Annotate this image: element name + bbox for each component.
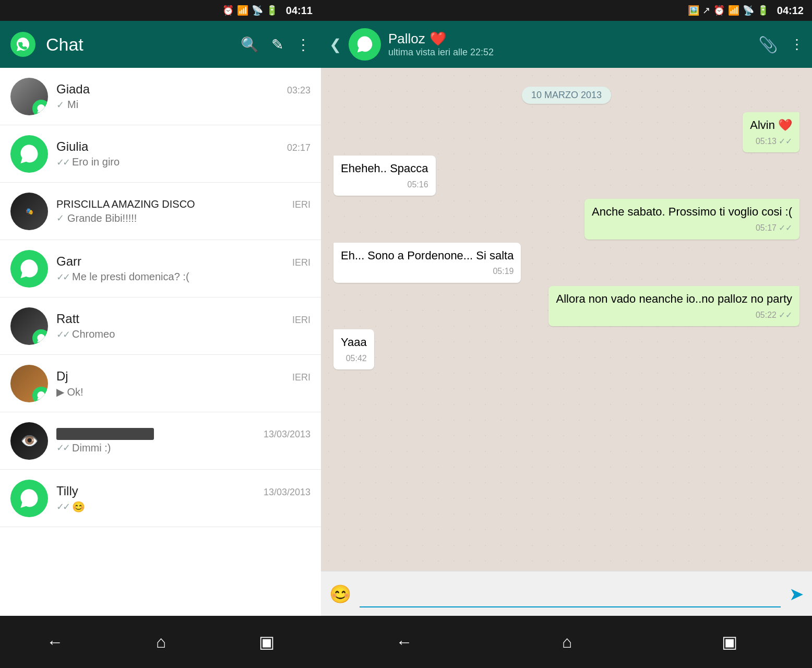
emoji-button[interactable]: 😊 [329,583,351,604]
contact-heart-emoji: ❤️ [429,31,446,47]
bubble-time-2: 05:16 [408,179,428,190]
status-bar-left: ⏰ 📶 📡 🔋 04:11 [0,0,321,21]
contact-last-seen: ultima vista ieri alle 22:52 [388,47,751,58]
name-giulia: Giulia [56,139,88,154]
contact-info-palloz: Palloz ❤️ ultima vista ieri alle 22:52 [388,31,751,58]
name-row-giulia: Giulia 02:17 [56,139,311,154]
bubble-time-4: 05:19 [493,266,514,277]
chat-item-priscilla[interactable]: 🎭 PRISCILLA AMAZING DISCO IERI ✓ Grande … [0,183,321,240]
message-input[interactable] [360,580,781,607]
name-ratt: Ratt [56,312,79,326]
name-priscilla: PRISCILLA AMAZING DISCO [56,198,195,210]
bubble-meta-4: 05:19 [341,266,514,277]
back-btn-right[interactable]: ← [396,633,412,652]
nav-bar-left: ← ⌂ ▣ [0,616,321,668]
date-separator: 10 MARZO 2013 [333,87,799,104]
check-giulia: ✓✓ [56,157,69,168]
bubble-meta-2: 05:16 [341,179,428,190]
home-btn-right[interactable]: ⌂ [562,633,572,652]
bubble-text-4: Eh... Sono a Pordenone... Si salta [341,249,514,262]
message-row-5: Allora non vado neanche io..no palloz no… [333,286,799,326]
recent-btn-right[interactable]: ▣ [722,632,737,652]
preview-text-dj: ▶ Ok! [56,386,83,398]
name-unknown: ██ ███ ███ ████ [56,428,154,440]
share-icon-right: ↗ [702,5,710,16]
menu-icon-left[interactable]: ⋮ [296,36,311,53]
whatsapp-logo [10,32,35,57]
preview-giulia: ✓✓ Ero in giro [56,156,311,168]
preview-text-giada: Mi [67,99,78,111]
chat-item-unknown[interactable]: 👁️ ██ ███ ███ ████ 13/03/2013 ✓✓ Dimmi :… [0,412,321,470]
nav-bar-right: ← ⌂ ▣ [321,616,812,668]
name-garr: Garr [56,254,81,269]
chat-item-ratt[interactable]: Ratt IERI ✓✓ Chromeo [0,297,321,355]
check-ratt: ✓✓ [56,329,69,340]
bubble-time-5: 05:22 [756,309,777,321]
gallery-icon-right: 🖼️ [688,5,699,16]
bubble-text-1: Alvin ❤️ [750,118,792,132]
check-garr: ✓✓ [56,271,69,283]
time-giulia: 02:17 [287,142,311,153]
chat-item-giada[interactable]: Giada 03:23 ✓ Mi [0,68,321,125]
bubble-check-3: ✓✓ [779,222,792,234]
new-chat-icon[interactable]: ✎ [271,36,283,53]
bubble-meta-6: 05:42 [341,353,367,364]
home-btn-left[interactable]: ⌂ [156,633,166,652]
chat-info-giada: Giada 03:23 ✓ Mi [56,82,311,111]
check-tilly: ✓✓ [56,501,69,512]
name-row-priscilla: PRISCILLA AMAZING DISCO IERI [56,198,311,210]
signal-icon-left: 📡 [252,5,263,16]
input-bar: 😊 ➤ [321,571,812,616]
wifi-icon-left: 📶 [237,5,248,16]
contact-name-palloz: Palloz ❤️ [388,31,751,47]
clock-icon-right: ⏰ [713,5,725,16]
recent-btn-left[interactable]: ▣ [259,632,274,652]
preview-giada: ✓ Mi [56,99,311,111]
avatar-dj [10,365,48,402]
menu-icon-right[interactable]: ⋮ [790,37,804,53]
battery-icon-right: 🔋 [757,5,769,16]
chat-item-dj[interactable]: Dj IERI ▶ Ok! [0,355,321,412]
time-tilly: 13/03/2013 [264,487,311,498]
back-btn-left[interactable]: ← [46,633,63,652]
preview-text-giulia: Ero in giro [72,156,120,168]
whatsapp-badge-dj [32,387,48,402]
preview-dj: ▶ Ok! [56,386,311,398]
bubble-meta-3: 05:17 ✓✓ [592,222,792,234]
attach-icon[interactable]: 📎 [758,35,778,54]
top-bar-left: Chat 🔍 ✎ ⋮ [0,21,321,68]
wifi-icon-right: 📶 [728,5,739,16]
chat-info-priscilla: PRISCILLA AMAZING DISCO IERI ✓ Grande Bi… [56,198,311,224]
time-unknown: 13/03/2013 [264,429,311,440]
chat-item-garr[interactable]: Garr IERI ✓✓ Me le presti domenica? :( [0,240,321,297]
message-row-3: Anche sabato. Prossimo ti voglio cosi :(… [333,199,799,239]
back-btn-chat[interactable]: ❮ [329,36,341,53]
preview-ratt: ✓✓ Chromeo [56,328,311,340]
time-giada: 03:23 [287,85,311,96]
chat-item-giulia[interactable]: Giulia 02:17 ✓✓ Ero in giro [0,125,321,183]
status-icons-left: ⏰ 📶 📡 🔋 [222,5,278,16]
bubble-6: Yaaa 05:42 [333,329,374,369]
chat-info-dj: Dj IERI ▶ Ok! [56,369,311,398]
bubble-text-3: Anche sabato. Prossimo ti voglio cosi :( [592,205,792,218]
bubble-meta-5: 05:22 ✓✓ [556,309,792,321]
preview-text-ratt: Chromeo [72,328,115,340]
search-icon[interactable]: 🔍 [241,36,259,53]
status-bar-right: 🖼️ ↗ ⏰ 📶 📡 🔋 04:12 [321,0,812,21]
bubble-check-1: ✓✓ [779,136,792,147]
preview-garr: ✓✓ Me le presti domenica? :( [56,271,311,283]
avatar-ratt [10,307,48,345]
bubble-text-2: Eheheh.. Spacca [341,162,428,175]
check-giada: ✓ [56,99,64,111]
message-row-1: Alvin ❤️ 05:13 ✓✓ [333,112,799,152]
date-badge-text: 10 MARZO 2013 [522,87,611,104]
chat-item-tilly[interactable]: Tilly 13/03/2013 ✓✓ 😊 [0,470,321,527]
bubble-time-6: 05:42 [346,353,367,364]
time-ratt: IERI [292,315,311,326]
contact-avatar-palloz[interactable] [349,28,381,61]
name-row-tilly: Tilly 13/03/2013 [56,484,311,498]
bubble-3: Anche sabato. Prossimo ti voglio cosi :(… [584,199,799,239]
name-giada: Giada [56,82,90,97]
chat-info-garr: Garr IERI ✓✓ Me le presti domenica? :( [56,254,311,283]
send-button[interactable]: ➤ [789,583,804,604]
